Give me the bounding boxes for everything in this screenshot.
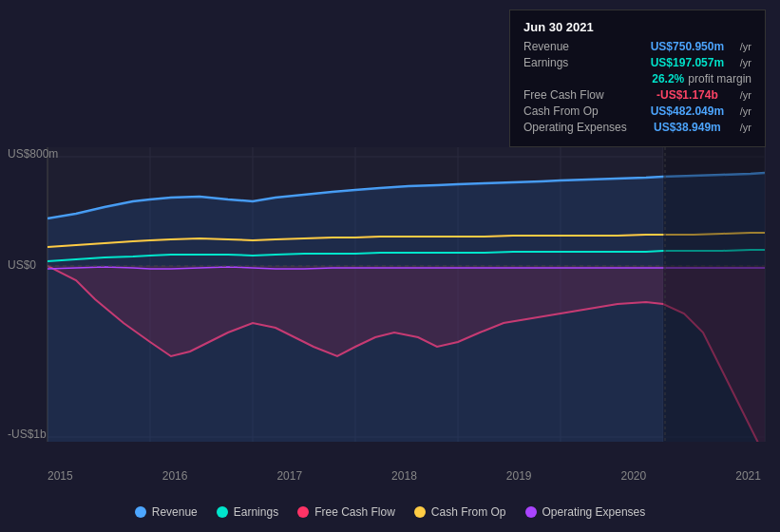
tooltip-cfo-unit: /yr xyxy=(740,105,751,117)
legend-dot-revenue xyxy=(135,506,146,518)
svg-rect-16 xyxy=(663,147,765,442)
tooltip-revenue-label: Revenue xyxy=(523,40,637,53)
x-label-2019: 2019 xyxy=(506,469,532,483)
legend-item-cfo[interactable]: Cash From Op xyxy=(414,505,506,519)
x-label-2016: 2016 xyxy=(162,469,188,483)
tooltip-opex-value: US$38.949m xyxy=(654,121,721,134)
chart-container: US$800m US$0 -US$1b 2015 2016 2017 2018 … xyxy=(0,0,780,532)
tooltip-cfo-value: US$482.049m xyxy=(651,104,724,118)
tooltip-earnings-row: Earnings US$197.057m /yr xyxy=(523,56,751,69)
tooltip-revenue-unit: /yr xyxy=(740,41,751,52)
legend-item-revenue[interactable]: Revenue xyxy=(135,505,198,519)
legend-dot-earnings xyxy=(217,506,228,518)
x-label-2017: 2017 xyxy=(276,469,302,483)
tooltip-profit-margin-value: 26.2% xyxy=(652,72,684,86)
x-label-2018: 2018 xyxy=(391,469,417,483)
x-axis-labels: 2015 2016 2017 2018 2019 2020 2021 xyxy=(48,469,780,483)
legend-dot-cfo xyxy=(414,506,426,518)
x-label-2015: 2015 xyxy=(48,469,73,483)
tooltip-cfo-label: Cash From Op xyxy=(523,104,637,118)
tooltip-opex-label: Operating Expenses xyxy=(523,121,637,134)
tooltip-fcf-label: Free Cash Flow xyxy=(523,88,637,102)
tooltip-earnings-value: US$197.057m xyxy=(651,56,724,69)
tooltip-fcf-unit: /yr xyxy=(740,89,751,101)
legend-dot-fcf xyxy=(297,506,309,518)
y-label-top: US$800m xyxy=(8,147,58,161)
legend-dot-opex xyxy=(525,506,537,518)
tooltip-fcf-value: -US$1.174b xyxy=(656,88,718,102)
tooltip-opex-unit: /yr xyxy=(740,122,751,133)
chart-legend: Revenue Earnings Free Cash Flow Cash Fro… xyxy=(0,505,780,519)
legend-label-fcf: Free Cash Flow xyxy=(314,505,395,519)
tooltip-date: Jun 30 2021 xyxy=(523,20,751,34)
legend-item-fcf[interactable]: Free Cash Flow xyxy=(297,505,395,519)
legend-item-earnings[interactable]: Earnings xyxy=(217,505,278,519)
tooltip-earnings-label: Earnings xyxy=(523,56,637,69)
tooltip-cfo-row: Cash From Op US$482.049m /yr xyxy=(523,104,751,118)
y-label-bottom: -US$1b xyxy=(8,428,47,441)
tooltip-revenue-value: US$750.950m xyxy=(651,40,724,53)
tooltip-revenue-row: Revenue US$750.950m /yr xyxy=(523,40,751,53)
tooltip-box: Jun 30 2021 Revenue US$750.950m /yr Earn… xyxy=(509,10,766,147)
x-label-2021: 2021 xyxy=(735,469,761,483)
legend-label-earnings: Earnings xyxy=(234,505,278,519)
y-label-mid: US$0 xyxy=(8,258,36,272)
tooltip-opex-row: Operating Expenses US$38.949m /yr xyxy=(523,121,751,134)
tooltip-earnings-unit: /yr xyxy=(740,57,751,68)
x-label-2020: 2020 xyxy=(621,469,647,483)
tooltip-profit-margin-row: 26.2% profit margin xyxy=(523,72,751,86)
tooltip-profit-margin-label: profit margin xyxy=(688,72,751,86)
legend-label-revenue: Revenue xyxy=(152,505,198,519)
legend-item-opex[interactable]: Operating Expenses xyxy=(525,505,646,519)
legend-label-opex: Operating Expenses xyxy=(542,505,646,519)
tooltip-fcf-row: Free Cash Flow -US$1.174b /yr xyxy=(523,88,751,102)
legend-label-cfo: Cash From Op xyxy=(431,505,506,519)
